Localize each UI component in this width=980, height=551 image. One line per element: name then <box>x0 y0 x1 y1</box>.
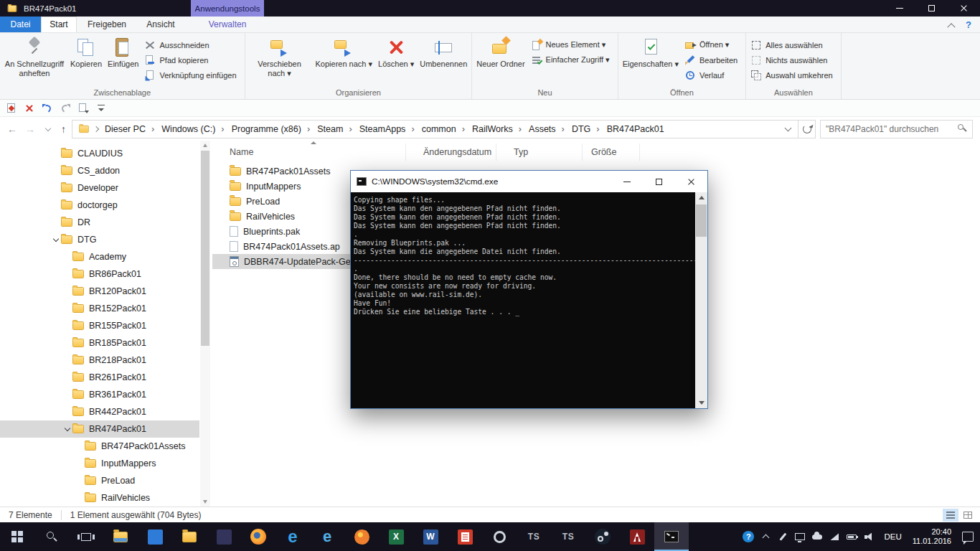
tree-item[interactable]: BR261Pack01 <box>0 369 199 386</box>
ribbon-small-button[interactable]: Alles auswählen <box>749 37 837 52</box>
details-view-button[interactable] <box>943 509 958 522</box>
edge-icon[interactable]: e <box>275 522 310 551</box>
pen-icon[interactable] <box>774 522 791 551</box>
ribbon-tab[interactable]: Ansicht <box>137 17 184 32</box>
tree-item[interactable]: BR442Pack01 <box>0 403 199 420</box>
scrollbar-thumb[interactable] <box>201 151 209 346</box>
tree-item[interactable]: PreLoad <box>0 472 199 489</box>
tree-item[interactable]: BR361Pack01 <box>0 386 199 403</box>
breadcrumb-item[interactable]: Windows (C:) <box>161 121 230 138</box>
delete-icon[interactable] <box>24 103 35 114</box>
train-simulator2-icon[interactable]: TS <box>551 522 585 551</box>
refresh-button[interactable] <box>798 120 816 138</box>
ribbon-button[interactable]: Neuer Ordner <box>473 33 527 86</box>
help-icon[interactable] <box>740 522 757 551</box>
breadcrumb-item[interactable]: SteamApps <box>359 121 421 138</box>
scroll-down-icon[interactable] <box>699 401 705 405</box>
firefox-icon[interactable] <box>241 522 275 551</box>
blue-app-icon[interactable] <box>138 522 172 551</box>
column-header[interactable]: Änderungsdatum <box>406 143 496 161</box>
network-icon[interactable] <box>826 522 843 551</box>
column-header[interactable]: Typ <box>496 143 583 161</box>
ribbon-button[interactable]: Löschen ▾ <box>375 33 417 86</box>
customize-qat-icon[interactable] <box>95 103 107 114</box>
forward-button[interactable]: → <box>25 123 35 135</box>
ribbon-button[interactable]: An Schnellzugriff anheften <box>1 33 67 86</box>
tree-item[interactable]: doctorgep <box>0 197 199 214</box>
ribbon-button[interactable]: Umbenennen <box>417 33 470 86</box>
word-icon[interactable]: W <box>413 522 448 551</box>
tree-item[interactable]: InputMappers <box>0 455 199 472</box>
ribbon-button[interactable]: Kopieren <box>67 33 105 86</box>
cmd-titlebar[interactable]: C:\WINDOWS\system32\cmd.exe <box>351 171 707 192</box>
ribbon-button[interactable]: Kopieren nach ▾ <box>313 33 376 86</box>
ribbon-small-button[interactable]: Verknüpfung einfügen <box>143 67 240 83</box>
action-center-button[interactable] <box>957 522 979 551</box>
tree-item[interactable]: Developer <box>0 179 199 197</box>
tree-item[interactable]: CS_addon <box>0 162 199 179</box>
breadcrumb-item[interactable]: BR474Pack01 <box>606 121 677 138</box>
scroll-up-icon[interactable] <box>203 143 207 147</box>
cmd-window[interactable]: C:\WINDOWS\system32\cmd.exe Copying shap… <box>350 170 708 409</box>
tree-item[interactable]: BR474Pack01 <box>0 420 199 438</box>
train-simulator-icon[interactable]: TS <box>517 522 551 551</box>
recent-locations-chevron[interactable] <box>43 128 53 131</box>
scroll-up-icon[interactable] <box>699 196 705 199</box>
tree-item[interactable]: BR218Pack01 <box>0 352 199 369</box>
ribbon-button[interactable]: Einfügen <box>105 33 141 86</box>
search-input[interactable]: "BR474Pack01" durchsuchen <box>820 120 973 138</box>
back-button[interactable]: ← <box>7 123 17 135</box>
hidden-icons-chevron[interactable] <box>757 522 774 551</box>
breadcrumb-item[interactable]: DTG <box>571 121 606 138</box>
minimize-button[interactable] <box>883 0 915 17</box>
orange-app-icon[interactable] <box>344 522 379 551</box>
internet-explorer-icon[interactable]: e <box>310 522 344 551</box>
adobe-reader-icon[interactable] <box>620 522 654 551</box>
thumbnails-view-button[interactable] <box>960 509 976 522</box>
expand-chevron-icon[interactable] <box>51 235 61 245</box>
cmd-close-button[interactable] <box>675 171 707 192</box>
ribbon-small-button[interactable]: Ausschneiden <box>143 37 240 52</box>
tree-item[interactable]: BR185Pack01 <box>0 334 199 352</box>
close-button[interactable] <box>948 0 980 17</box>
cmd-scrollbar[interactable] <box>695 192 707 408</box>
pdf-app-icon[interactable] <box>448 522 482 551</box>
cmd-minimize-button[interactable] <box>611 171 643 192</box>
tree-item[interactable]: BR155Pack01 <box>0 317 199 334</box>
address-bar[interactable]: Dieser PC Windows (C:) Programme (x86) S… <box>72 120 798 138</box>
steam-icon[interactable] <box>585 522 620 551</box>
ribbon-tab[interactable]: Freigeben <box>77 17 137 32</box>
tree-item[interactable]: BR152Pack01 <box>0 300 199 317</box>
collapse-ribbon-icon[interactable] <box>947 23 955 31</box>
task-view-button[interactable] <box>69 522 103 551</box>
help-icon[interactable]: ? <box>966 19 971 30</box>
cmd-maximize-button[interactable] <box>643 171 675 192</box>
file-explorer-icon[interactable] <box>103 522 138 551</box>
excel-icon[interactable]: X <box>379 522 413 551</box>
up-button[interactable]: ↑ <box>61 123 66 135</box>
tree-item[interactable]: RailVehicles <box>0 489 199 507</box>
column-header[interactable]: Name <box>212 143 406 161</box>
dark-app-icon[interactable] <box>207 522 241 551</box>
ribbon-small-button[interactable]: Verlauf <box>683 67 741 83</box>
confirm-icon[interactable] <box>6 103 17 114</box>
tree-item[interactable]: DR <box>0 214 199 231</box>
tree-item[interactable]: BR120Pack01 <box>0 283 199 300</box>
onedrive-icon[interactable] <box>809 522 826 551</box>
breadcrumb-item[interactable]: common <box>421 121 471 138</box>
undo-icon[interactable] <box>42 103 53 114</box>
scroll-down-icon[interactable] <box>203 500 207 504</box>
tree-item[interactable]: BR474Pack01Assets <box>0 438 199 455</box>
title-bar[interactable]: BR474Pack01 Anwendungstools <box>0 0 980 17</box>
ribbon-small-button[interactable]: Auswahl umkehren <box>749 67 837 83</box>
search-button[interactable] <box>34 522 69 551</box>
ribbon-small-button[interactable]: Nichts auswählen <box>749 52 837 67</box>
redo-icon[interactable] <box>60 103 71 114</box>
ribbon-button[interactable]: Verschieben nach ▾ <box>247 33 313 86</box>
ribbon-small-button[interactable]: Pfad kopieren <box>143 52 240 67</box>
scrollbar-thumb[interactable] <box>696 204 707 237</box>
column-header[interactable]: Größe <box>583 143 640 161</box>
tree-scrollbar[interactable] <box>200 141 210 507</box>
breadcrumb-item[interactable]: Steam <box>316 121 358 138</box>
ribbon-small-button[interactable]: Öffnen ▾ <box>683 37 741 52</box>
